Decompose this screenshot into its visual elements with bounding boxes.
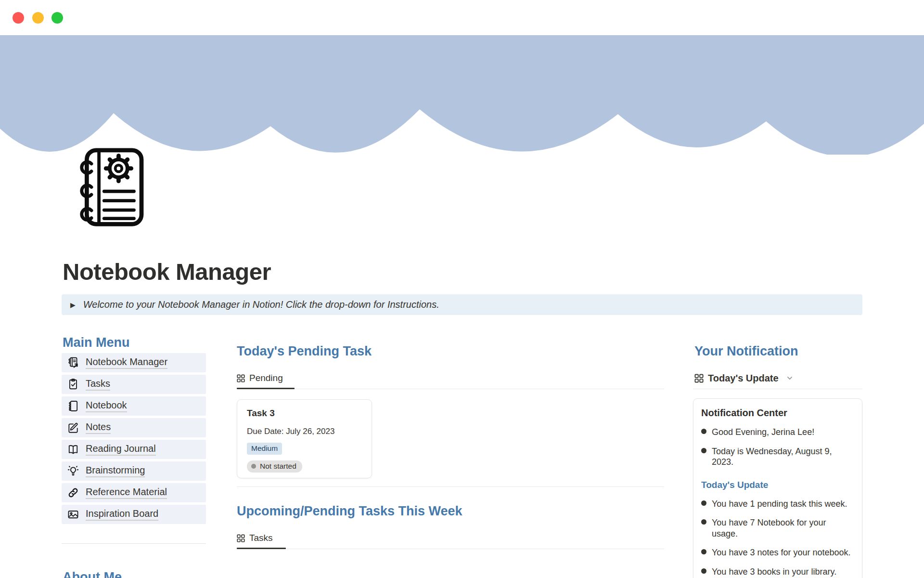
tab-bar-divider	[237, 549, 664, 549]
cover-banner[interactable]	[0, 35, 924, 109]
tab-todays-update-label: Today's Update	[708, 373, 779, 384]
toggle-triangle-icon[interactable]: ▶	[70, 301, 76, 309]
notification-item: Today is Wednesday, August 9, 2023.	[701, 446, 854, 468]
status-badge[interactable]: Not started	[247, 460, 302, 473]
gear-icon	[106, 156, 131, 181]
notification-item: You have 7 Notebook for your usage.	[701, 517, 854, 539]
status-dot-icon	[251, 464, 256, 469]
brainstorming-icon	[67, 465, 79, 477]
notification-item-text: Good Evening, Jerina Lee!	[712, 427, 814, 438]
notification-center-card[interactable]: Notification Center Good Evening, Jerina…	[693, 398, 862, 578]
notification-item: You have 3 notes for your notebook.	[701, 547, 854, 558]
task-card[interactable]: Task 3 Due Date: July 26, 2023 Medium No…	[237, 399, 372, 478]
sidebar-item-label: Notebook	[86, 400, 127, 412]
tab-pending-label: Pending	[249, 373, 283, 383]
notification-item-text: You have 3 notes for your notebook.	[712, 547, 851, 558]
reference-material-icon	[67, 486, 79, 499]
tab-bar-divider	[237, 389, 664, 389]
tab-pending-active-underline	[237, 388, 295, 389]
callout-text: Welcome to your Notebook Manager in Noti…	[83, 299, 439, 310]
tab-tasks-label: Tasks	[249, 533, 273, 543]
board-view-icon	[237, 374, 245, 382]
bullet-icon	[701, 519, 706, 525]
tasks-icon	[67, 378, 79, 391]
task-card-due-date: Due Date: July 26, 2023	[247, 427, 362, 436]
tab-pending[interactable]: Pending	[237, 370, 283, 386]
sidebar-item-label: Inspiration Board	[86, 508, 158, 521]
sidebar-item-inspiration-board[interactable]: Inspiration Board	[62, 505, 206, 524]
sidebar-item-reference-material[interactable]: Reference Material	[62, 483, 206, 502]
notification-section-heading: Your Notification	[694, 344, 798, 359]
reading-journal-icon	[67, 443, 79, 456]
sidebar-item-label: Reading Journal	[86, 443, 156, 456]
bullet-icon	[701, 568, 706, 574]
tab-todays-update[interactable]: Today's Update	[694, 370, 793, 386]
sidebar-item-label: Notebook Manager	[86, 356, 167, 369]
close-window-button[interactable]	[13, 12, 24, 24]
page-title: Notebook Manager	[63, 258, 271, 285]
pending-section-bottom-divider	[237, 486, 664, 487]
bullet-icon	[701, 549, 706, 554]
board-view-icon	[237, 534, 245, 542]
window-titlebar	[0, 0, 924, 35]
board-view-icon	[694, 374, 704, 383]
pending-section-heading: Today's Pending Task	[237, 344, 372, 359]
notification-item-text: You have 7 Notebook for your usage.	[712, 517, 854, 539]
bullet-icon	[701, 429, 706, 434]
page-icon-notebook-gear[interactable]	[71, 146, 146, 228]
notification-item: You have 3 books in your library.	[701, 566, 854, 578]
notification-item-text: You have 1 pending task this week.	[712, 499, 847, 510]
main-menu-heading: Main Menu	[63, 335, 130, 350]
notification-tab-divider	[693, 389, 862, 389]
notebook-icon	[67, 400, 79, 412]
main-menu: Notebook Manager Tasks Notebook Notes	[62, 353, 206, 526]
sidebar-item-label: Tasks	[86, 378, 110, 391]
sidebar-item-label: Reference Material	[86, 486, 167, 499]
notion-window: Notebook Manager ▶ Welcome to your Noteb…	[0, 0, 924, 578]
sidebar-item-notebook-manager[interactable]: Notebook Manager	[62, 353, 206, 372]
sidebar-item-reading-journal[interactable]: Reading Journal	[62, 440, 206, 459]
inspiration-board-icon	[67, 508, 79, 521]
notebook-manager-icon	[67, 356, 79, 369]
todays-update-subheading: Today's Update	[701, 480, 854, 490]
notification-item-text: Today is Wednesday, August 9, 2023.	[712, 446, 854, 468]
instructions-toggle[interactable]: ▶ Welcome to your Notebook Manager in No…	[62, 294, 862, 315]
upcoming-section-heading: Upcoming/Pending Tasks This Week	[237, 504, 462, 519]
sidebar-item-notes[interactable]: Notes	[62, 418, 206, 437]
tab-tasks-active-underline	[237, 548, 286, 549]
tab-tasks[interactable]: Tasks	[237, 530, 273, 546]
chevron-down-icon[interactable]	[786, 375, 793, 381]
task-card-title: Task 3	[247, 408, 362, 419]
bullet-icon	[701, 448, 706, 453]
sidebar-item-notebook[interactable]: Notebook	[62, 396, 206, 416]
about-me-heading: About Me	[63, 570, 122, 578]
sidebar-item-label: Notes	[86, 421, 111, 434]
zoom-window-button[interactable]	[51, 12, 63, 24]
sidebar-divider	[62, 543, 206, 544]
notification-item: You have 1 pending task this week.	[701, 499, 854, 510]
bullet-icon	[701, 500, 706, 506]
sidebar-item-tasks[interactable]: Tasks	[62, 375, 206, 394]
status-badge-label: Not started	[260, 462, 296, 471]
notification-item: Good Evening, Jerina Lee!	[701, 427, 854, 438]
sidebar-item-brainstorming[interactable]: Brainstorming	[62, 461, 206, 481]
notification-item-text: You have 3 books in your library.	[712, 566, 836, 578]
sidebar-item-label: Brainstorming	[86, 465, 145, 477]
priority-badge[interactable]: Medium	[247, 443, 282, 455]
notes-icon	[67, 421, 79, 434]
minimize-window-button[interactable]	[32, 12, 44, 24]
notification-card-title: Notification Center	[701, 407, 854, 419]
